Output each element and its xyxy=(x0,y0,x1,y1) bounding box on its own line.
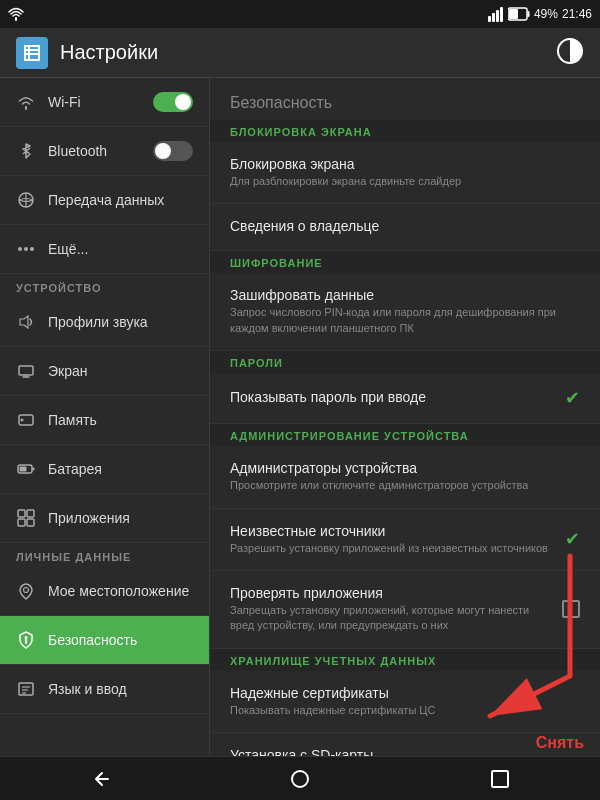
svg-rect-2 xyxy=(496,10,499,22)
display-label: Экран xyxy=(48,363,88,379)
status-bar: 49% 21:46 xyxy=(0,0,600,28)
sidebar-item-battery[interactable]: Батарея xyxy=(0,445,209,494)
sidebar-item-language[interactable]: Язык и ввод xyxy=(0,665,209,714)
unknown-sources-check: ✔ xyxy=(565,528,580,550)
battery-label: Батарея xyxy=(48,461,102,477)
signal-icon xyxy=(488,6,504,22)
unknown-sources-title: Неизвестные источники xyxy=(230,523,557,539)
more-label: Ещё... xyxy=(48,241,88,257)
content-item-show-password[interactable]: Показывать пароль при вводе ✔ xyxy=(210,373,600,424)
wifi-toggle[interactable] xyxy=(153,92,193,112)
device-admins-title: Администраторы устройства xyxy=(230,460,580,476)
content-item-unknown-sources[interactable]: Неизвестные источники Разрешить установк… xyxy=(210,509,600,571)
top-bar: Настройки xyxy=(0,28,600,78)
security-label: Безопасность xyxy=(48,632,137,648)
sidebar-item-security[interactable]: Безопасность xyxy=(0,616,209,665)
wifi-icon xyxy=(16,92,36,112)
svg-rect-1 xyxy=(492,13,495,22)
verify-apps-subtitle: Запрещать установку приложений, которые … xyxy=(230,603,554,634)
section-header-personal: ЛИЧНЫЕ ДАННЫЕ xyxy=(0,543,209,567)
brightness-circle-icon xyxy=(556,37,584,65)
svg-rect-30 xyxy=(27,519,34,526)
sidebar-item-sound[interactable]: Профили звука xyxy=(0,298,209,347)
content-item-device-admins[interactable]: Администраторы устройства Просмотрите ил… xyxy=(210,446,600,508)
apps-label: Приложения xyxy=(48,510,130,526)
sound-label: Профили звука xyxy=(48,314,148,330)
svg-rect-28 xyxy=(27,510,34,517)
language-label: Язык и ввод xyxy=(48,681,127,697)
section-device-admin: АДМИНИСТРИРОВАНИЕ УСТРОЙСТВА xyxy=(210,424,600,446)
battery-percent: 49% xyxy=(534,7,558,21)
battery-icon xyxy=(16,459,36,479)
security-icon xyxy=(16,630,36,650)
sidebar-item-more[interactable]: Ещё... xyxy=(0,225,209,274)
sidebar-item-bluetooth[interactable]: Bluetooth xyxy=(0,127,209,176)
language-icon xyxy=(16,679,36,699)
status-icons: 49% 21:46 xyxy=(488,6,592,22)
trusted-certs-title: Надежные сертификаты xyxy=(230,685,580,701)
content-item-screen-lock[interactable]: Блокировка экрана Для разблокировки экра… xyxy=(210,142,600,204)
battery-status-icon xyxy=(508,7,530,21)
section-credentials: ХРАНИЛИЩЕ УЧЕТНЫХ ДАННЫХ xyxy=(210,649,600,671)
bluetooth-toggle[interactable] xyxy=(153,141,193,161)
content-item-trusted-certs[interactable]: Надежные сертификаты Показывать надежные… xyxy=(210,671,600,733)
verify-apps-title: Проверять приложения xyxy=(230,585,554,601)
bluetooth-label: Bluetooth xyxy=(48,143,107,159)
svg-rect-40 xyxy=(492,771,508,787)
section-header-device: УСТРОЙСТВО xyxy=(0,274,209,298)
svg-rect-25 xyxy=(33,468,35,471)
sidebar-item-apps[interactable]: Приложения xyxy=(0,494,209,543)
display-icon xyxy=(16,361,36,381)
svg-rect-26 xyxy=(20,467,27,472)
home-icon xyxy=(288,767,312,791)
svg-point-15 xyxy=(18,247,22,251)
svg-rect-6 xyxy=(509,9,518,19)
recent-icon xyxy=(488,767,512,791)
svg-rect-0 xyxy=(488,16,491,22)
owner-info-title: Сведения о владельце xyxy=(230,218,580,234)
screen-lock-subtitle: Для разблокировки экрана сдвиньте слайде… xyxy=(230,174,580,189)
sidebar-item-data[interactable]: Передача данных xyxy=(0,176,209,225)
content-item-verify-apps[interactable]: Проверять приложения Запрещать установку… xyxy=(210,571,600,649)
svg-point-17 xyxy=(30,247,34,251)
screen-lock-title: Блокировка экрана xyxy=(230,156,580,172)
content-item-owner-info[interactable]: Сведения о владельце xyxy=(210,204,600,251)
trusted-certs-subtitle: Показывать надежные сертификаты ЦС xyxy=(230,703,580,718)
sidebar-item-storage[interactable]: Память xyxy=(0,396,209,445)
apps-icon xyxy=(16,508,36,528)
content-item-encrypt[interactable]: Зашифровать данные Запрос числового PIN-… xyxy=(210,273,600,351)
back-icon xyxy=(88,767,112,791)
bluetooth-icon xyxy=(16,141,36,161)
section-screen-lock: БЛОКИРОВКА ЭКРАНА xyxy=(210,120,600,142)
verify-apps-checkbox[interactable] xyxy=(562,600,580,618)
content-area: Безопасность БЛОКИРОВКА ЭКРАНА Блокировк… xyxy=(210,78,600,756)
svg-point-31 xyxy=(24,588,29,593)
sidebar-item-display[interactable]: Экран xyxy=(0,347,209,396)
brightness-icon[interactable] xyxy=(556,37,584,69)
nav-bar xyxy=(0,756,600,800)
section-encryption: ШИФРОВАНИЕ xyxy=(210,251,600,273)
unknown-sources-subtitle: Разрешить установку приложений из неизве… xyxy=(230,541,557,556)
sidebar-item-location[interactable]: Мое местоположение xyxy=(0,567,209,616)
storage-icon xyxy=(16,410,36,430)
snyat-label: Снять xyxy=(536,734,584,752)
wifi-label: Wi-Fi xyxy=(48,94,81,110)
nav-home-button[interactable] xyxy=(275,759,325,799)
wifi-status-icon xyxy=(8,6,24,22)
location-label: Мое местоположение xyxy=(48,583,189,599)
storage-label: Память xyxy=(48,412,97,428)
svg-rect-5 xyxy=(527,11,529,17)
more-icon xyxy=(16,239,36,259)
nav-recent-button[interactable] xyxy=(475,759,525,799)
show-password-title: Показывать пароль при вводе xyxy=(230,389,557,405)
sound-icon xyxy=(16,312,36,332)
install-sd-title: Установка с SD-карты xyxy=(230,747,580,756)
nav-back-button[interactable] xyxy=(75,759,125,799)
sidebar-item-wifi[interactable]: Wi-Fi xyxy=(0,78,209,127)
svg-point-39 xyxy=(292,771,308,787)
svg-rect-27 xyxy=(18,510,25,517)
page-title: Настройки xyxy=(60,41,158,64)
svg-rect-29 xyxy=(18,519,25,526)
status-bar-left xyxy=(8,6,482,22)
show-password-check: ✔ xyxy=(565,387,580,409)
